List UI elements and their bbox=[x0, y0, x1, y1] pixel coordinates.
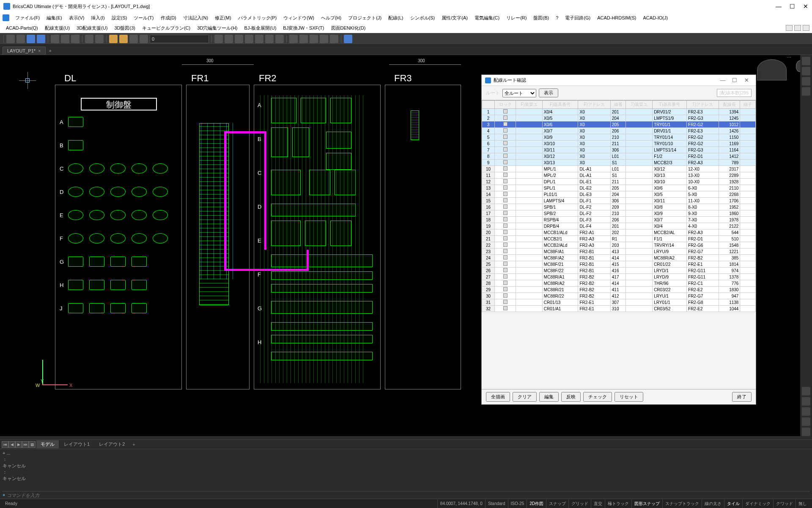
lock-icon[interactable] bbox=[503, 287, 508, 291]
publish-button[interactable] bbox=[71, 35, 80, 43]
lock-icon[interactable] bbox=[503, 128, 508, 133]
grid-row[interactable]: 2X0/5X0204LMPTS1/9FR2-G31245 bbox=[482, 115, 756, 121]
menu-wiring[interactable]: 配線(L) bbox=[385, 14, 406, 22]
lock-icon[interactable] bbox=[503, 135, 508, 139]
tool-10[interactable] bbox=[310, 35, 318, 43]
ltab-last[interactable]: ⏭ bbox=[22, 441, 29, 448]
lock-icon[interactable] bbox=[503, 179, 508, 183]
grid-row[interactable]: 9X0/13X0S1MCCB2/3FR2-A3789 bbox=[482, 160, 756, 166]
maximize-button[interactable]: ☐ bbox=[789, 3, 795, 10]
menu-bj-conv[interactable]: BJ変換JW・SXF(T) bbox=[280, 24, 327, 32]
grid-row[interactable]: 25MC88F/21FR2-B1415CR01/22FR2-E11814 bbox=[482, 261, 756, 268]
menu-3d-hole[interactable]: 3D穴編集ツール(H) bbox=[194, 24, 241, 32]
reset-button[interactable]: リセット bbox=[614, 392, 643, 402]
grid-header[interactable]: F)器具番号 bbox=[542, 101, 578, 109]
clear-button[interactable]: クリア bbox=[513, 392, 537, 402]
status-standard[interactable]: Standard bbox=[485, 500, 508, 508]
layer-toggle-3[interactable] bbox=[129, 35, 138, 43]
redraw-button[interactable]: 全描画 bbox=[486, 392, 510, 402]
document-tab[interactable]: LAYOUT_P1* × bbox=[3, 47, 46, 55]
info-button[interactable] bbox=[344, 35, 352, 43]
dialog-close-button[interactable]: ✕ bbox=[741, 77, 752, 83]
layer-toggle-2[interactable] bbox=[119, 35, 128, 43]
menu-edit[interactable]: 編集(E) bbox=[43, 14, 66, 22]
lock-icon[interactable] bbox=[503, 211, 508, 215]
new-button[interactable] bbox=[6, 35, 15, 43]
grid-row[interactable]: 15LAMPTS/4DL-F1306X0/1111-X01706 bbox=[482, 198, 756, 204]
status-snaptrack[interactable]: スナップトラック bbox=[662, 500, 702, 508]
menu-cubicle[interactable]: キュービクルプラン(C) bbox=[139, 24, 194, 32]
rtool-3[interactable] bbox=[802, 77, 810, 86]
apply-button[interactable]: 反映 bbox=[561, 392, 581, 402]
grid-row[interactable]: 29MC88R/21FR2-B2411CR03/22FR2-E21830 bbox=[482, 287, 756, 293]
menu-parametric[interactable]: パラメトリック(P) bbox=[235, 14, 280, 22]
lock-icon[interactable] bbox=[503, 243, 508, 247]
minimize-button[interactable]: — bbox=[776, 3, 782, 10]
status-tile[interactable]: タイル bbox=[724, 500, 742, 508]
grid-row[interactable]: 27MC88R/A1FR2-B2417LRYD/9FR2-G111378 bbox=[482, 274, 756, 280]
grid-row[interactable]: 14PL01/1DL-E3204X0/55-X02268 bbox=[482, 191, 756, 198]
tool-5[interactable] bbox=[255, 35, 263, 43]
rtool-8[interactable] bbox=[802, 417, 810, 426]
lock-icon[interactable] bbox=[503, 173, 508, 177]
menu-relay[interactable]: リレー(R) bbox=[503, 14, 530, 22]
lock-icon[interactable] bbox=[503, 300, 508, 304]
grid-row[interactable]: 28MC88R/A2FR2-B2414THR/96FR2-C1776 bbox=[482, 280, 756, 287]
layout-tab-2[interactable]: レイアウト2 bbox=[95, 440, 129, 448]
grid-header[interactable]: 配線長 bbox=[719, 101, 740, 109]
ltab-prev[interactable]: ◀ bbox=[8, 441, 15, 448]
grid-row[interactable]: 1X0/4X0201DRV01/2FR2-E31394 bbox=[482, 109, 756, 115]
route-select[interactable]: 全ルート bbox=[502, 89, 536, 97]
status-dynamic[interactable]: ダイナミック bbox=[742, 500, 773, 508]
lock-icon[interactable] bbox=[503, 293, 508, 298]
grid-row[interactable]: 11MPL/2DL-A1S1X0/1313-X02289 bbox=[482, 172, 756, 179]
lock-icon[interactable] bbox=[503, 147, 508, 152]
lock-icon[interactable] bbox=[503, 268, 508, 272]
grid-row[interactable]: 4X0/7X0206DRV01/1FR2-E31426 bbox=[482, 128, 756, 134]
lock-icon[interactable] bbox=[503, 160, 508, 164]
menu-hrdsim[interactable]: ACAD-HRDSIM(S) bbox=[594, 14, 639, 21]
tab-close-icon[interactable]: × bbox=[38, 48, 41, 53]
layout-tab-add[interactable]: + bbox=[130, 441, 137, 448]
grid-row[interactable]: 17SPB/2DL-F2210X0/99-X01860 bbox=[482, 210, 756, 217]
grid-row[interactable]: 26MC88F/22FR2-B1416LRYD/1FR2-G11974 bbox=[482, 268, 756, 274]
lock-icon[interactable] bbox=[503, 109, 508, 113]
lock-icon[interactable] bbox=[503, 122, 508, 126]
grid-row[interactable]: 8X0/12X0L01F1/2FR2-D11412 bbox=[482, 153, 756, 160]
dialog-minimize-button[interactable]: — bbox=[717, 77, 729, 83]
grid-header[interactable]: 端子 bbox=[740, 101, 756, 109]
grid-header[interactable] bbox=[482, 101, 495, 109]
tool-6[interactable] bbox=[265, 35, 274, 43]
grid-row[interactable]: 22MCCB2/ALdFR2-A3203TRVRY/14FR2-G61548 bbox=[482, 242, 756, 248]
status-lweight[interactable]: 線の太さ bbox=[702, 500, 724, 508]
tool-7[interactable] bbox=[275, 35, 284, 43]
layout-tab-1[interactable]: レイアウト1 bbox=[60, 440, 94, 448]
menu-io[interactable]: ACAD-IO(J) bbox=[639, 14, 671, 21]
grid-row[interactable]: 31CR01/13FR2-E1307LRY01/1FR2-G81138 bbox=[482, 299, 756, 306]
menu-modify[interactable]: 修正(M) bbox=[211, 14, 235, 22]
menu-settings[interactable]: 設定(S) bbox=[108, 14, 131, 22]
print-button[interactable] bbox=[61, 35, 69, 43]
layer-toggle-4[interactable] bbox=[140, 35, 148, 43]
menu-wire-assist[interactable]: 配線支援(U) bbox=[41, 24, 73, 32]
lock-icon[interactable] bbox=[503, 236, 508, 240]
layout-tab-model[interactable]: モデル bbox=[36, 440, 59, 448]
status-none[interactable]: 無し bbox=[796, 500, 809, 508]
menu-insert[interactable]: 挿入(I) bbox=[88, 14, 108, 22]
menu-window[interactable]: ウィンドウ(W) bbox=[280, 14, 318, 22]
close-dialog-button[interactable]: 終了 bbox=[732, 392, 752, 402]
rtool-6[interactable] bbox=[802, 397, 810, 406]
lock-icon[interactable] bbox=[503, 306, 508, 310]
rtool-2[interactable] bbox=[802, 67, 810, 75]
lock-icon[interactable] bbox=[503, 116, 508, 120]
mdi-close-button[interactable] bbox=[803, 25, 809, 31]
menu-file[interactable]: ファイル(F) bbox=[12, 14, 43, 22]
close-button[interactable]: ✕ bbox=[803, 3, 809, 10]
mdi-restore-button[interactable] bbox=[794, 25, 801, 31]
ltab-first[interactable]: ⏮ bbox=[2, 441, 8, 448]
layer-toggle-1[interactable] bbox=[109, 35, 118, 43]
menu-elec-edit[interactable]: 電気編集(C) bbox=[471, 14, 503, 22]
tool-1[interactable] bbox=[214, 35, 223, 43]
status-polar[interactable]: 極トラック bbox=[605, 500, 631, 508]
rtool-1[interactable] bbox=[802, 57, 810, 65]
